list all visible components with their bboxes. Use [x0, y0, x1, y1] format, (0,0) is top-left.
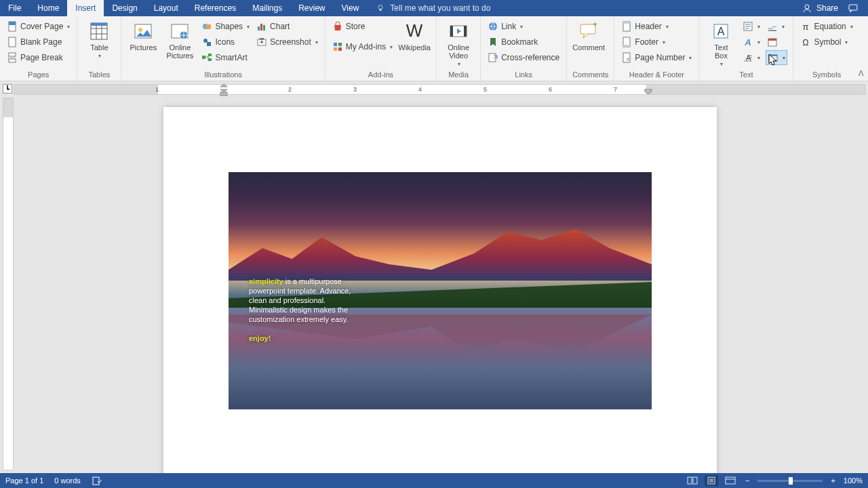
svg-rect-77 — [726, 477, 735, 484]
tab-view[interactable]: View — [334, 0, 368, 16]
zoom-in-button[interactable]: + — [828, 476, 837, 485]
store-label: Store — [346, 22, 366, 31]
page[interactable]: simplicity is a multipurpose powerpoint … — [163, 107, 717, 473]
page-count[interactable]: Page 1 of 1 — [5, 476, 43, 485]
tab-design[interactable]: Design — [104, 0, 145, 16]
cover-page-button[interactable]: Cover Page — [5, 19, 71, 34]
footer-button[interactable]: Footer — [620, 35, 693, 49]
icons-button[interactable]: Icons — [200, 35, 251, 49]
pictures-icon — [132, 20, 154, 42]
ribbon: Cover Page Blank Page Page Break Pages T… — [0, 16, 868, 81]
zoom-out-button[interactable]: − — [743, 476, 752, 485]
my-addins-button[interactable]: My Add-ins — [331, 39, 394, 54]
group-comments-label: Comments — [572, 70, 608, 79]
blank-page-button[interactable]: Blank Page — [5, 35, 71, 49]
shapes-button[interactable]: Shapes — [200, 19, 251, 34]
collapse-ribbon-button[interactable]: ᐱ — [859, 69, 864, 78]
bookmark-icon — [488, 37, 498, 47]
svg-rect-71 — [688, 477, 692, 484]
equation-icon: π — [800, 21, 811, 32]
wordart-button[interactable]: A — [741, 35, 762, 49]
group-text: A Text Box A A Text — [699, 16, 793, 81]
group-headerfooter-label: Header & Footer — [620, 70, 693, 79]
page-number-button[interactable]: #Page Number — [620, 50, 693, 65]
wikipedia-label: Wikipedia — [398, 43, 431, 52]
chart-button[interactable]: Chart — [255, 19, 319, 34]
store-button[interactable]: Store — [331, 19, 394, 34]
vertical-ruler[interactable] — [3, 98, 14, 470]
online-video-button[interactable]: Online Video — [442, 19, 475, 68]
object-button[interactable] — [766, 50, 787, 65]
wikipedia-button[interactable]: W Wikipedia — [398, 19, 431, 53]
header-button[interactable]: Header — [620, 19, 693, 34]
indent-marker-icon[interactable] — [219, 84, 229, 96]
tab-home[interactable]: Home — [29, 0, 67, 16]
screenshot-button[interactable]: Screenshot — [255, 35, 319, 49]
quick-parts-button[interactable] — [741, 19, 762, 34]
drop-cap-button[interactable]: A — [741, 50, 762, 65]
svg-text:π: π — [803, 22, 809, 32]
group-media-label: Media — [442, 70, 475, 79]
group-illustrations: Pictures Online Pictures Shapes Icons Sm… — [121, 16, 325, 81]
symbol-button[interactable]: ΩSymbol — [799, 35, 854, 49]
overlay-highlight-1: simplicity — [249, 277, 283, 285]
zoom-level[interactable]: 100% — [844, 476, 863, 485]
svg-point-17 — [138, 28, 142, 32]
footer-label: Footer — [635, 37, 658, 47]
blank-page-icon — [7, 37, 18, 47]
cover-page-label: Cover Page — [20, 22, 63, 31]
tab-review[interactable]: Review — [290, 0, 333, 16]
object-icon — [768, 52, 778, 63]
pictures-button[interactable]: Pictures — [127, 19, 159, 53]
document-scroll[interactable]: simplicity is a multipurpose powerpoint … — [15, 98, 865, 473]
right-indent-marker-icon[interactable] — [644, 89, 653, 96]
comment-button[interactable]: + Comment — [572, 19, 605, 53]
read-mode-button[interactable] — [686, 475, 699, 486]
svg-rect-46 — [623, 22, 630, 24]
cross-reference-button[interactable]: Cross-reference — [486, 50, 561, 65]
tab-mailings[interactable]: Mailings — [244, 0, 290, 16]
table-button[interactable]: Table — [83, 19, 115, 60]
svg-rect-8 — [9, 59, 16, 62]
svg-rect-64 — [768, 39, 776, 41]
group-tables-label: Tables — [83, 70, 115, 79]
symbol-label: Symbol — [814, 37, 841, 47]
svg-rect-36 — [338, 47, 342, 51]
crossref-label: Cross-reference — [501, 53, 559, 62]
page-break-button[interactable]: Page Break — [5, 50, 71, 65]
svg-text:W: W — [406, 20, 423, 41]
smartart-button[interactable]: SmartArt — [200, 50, 251, 65]
tab-insert[interactable]: Insert — [67, 0, 104, 16]
bookmark-button[interactable]: Bookmark — [486, 35, 561, 49]
spellcheck-icon[interactable] — [92, 475, 102, 486]
textbox-button[interactable]: A Text Box — [705, 19, 737, 68]
cross-reference-icon — [488, 52, 498, 63]
tab-selector[interactable]: ┗ — [3, 84, 12, 94]
ruler-tick-1: 1 — [155, 86, 159, 93]
tab-references[interactable]: References — [186, 0, 244, 16]
tab-layout[interactable]: Layout — [146, 0, 186, 16]
equation-button[interactable]: πEquation — [799, 19, 854, 34]
link-button[interactable]: Link — [486, 19, 561, 34]
tab-file[interactable]: File — [0, 0, 29, 16]
horizontal-ruler[interactable]: 1 2 3 4 5 6 7 — [14, 84, 865, 95]
tell-me-search[interactable]: Tell me what you want to do — [375, 3, 490, 14]
signature-line-button[interactable] — [766, 19, 787, 34]
share-button[interactable]: Share — [802, 3, 838, 14]
svg-rect-66 — [769, 55, 777, 56]
ruler-tick-5: 5 — [484, 86, 487, 93]
menu-tabs: File Home Insert Design Layout Reference… — [0, 0, 367, 16]
online-pictures-button[interactable]: Online Pictures — [163, 19, 196, 61]
symbol-icon: Ω — [800, 37, 811, 47]
comment-label: Comment — [572, 43, 605, 52]
date-time-button[interactable] — [766, 35, 787, 49]
zoom-slider[interactable] — [757, 480, 823, 482]
print-layout-button[interactable] — [705, 475, 718, 486]
word-count[interactable]: 0 words — [54, 476, 81, 485]
group-symbols: πEquation ΩSymbol Symbols — [793, 16, 859, 81]
comments-pane-icon[interactable] — [848, 3, 859, 14]
date-time-icon — [767, 37, 778, 47]
inserted-image[interactable]: simplicity is a multipurpose powerpoint … — [229, 172, 652, 409]
svg-point-0 — [378, 5, 382, 9]
web-layout-button[interactable] — [724, 475, 737, 486]
